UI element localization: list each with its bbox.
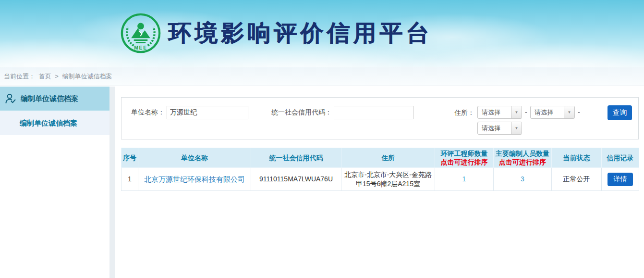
city-select-value: 请选择 [531,106,564,118]
company-name-link[interactable]: 北京万源世纪环保科技有限公司 [144,175,245,183]
col-header-credit-record: 信用记录 [602,148,639,168]
col-header-status: 当前状态 [552,148,602,168]
district-select[interactable]: 请选择 ▼ [477,122,522,135]
main-content: 单位名称： 统一社会信用代码： 住所： 请选择 ▼ - 请选择 ▼ - 请选择 … [115,86,644,278]
sidebar-item-label: 编制单位诚信档案 [21,94,78,103]
col-header-staff-count-sortable[interactable]: 主要编制人员数量 点击可进行排序 [494,148,552,168]
mee-logo-icon: MEE [120,13,161,54]
breadcrumb-home-link[interactable]: 首页 [39,73,51,80]
search-panel: 单位名称： 统一社会信用代码： 住所： 请选择 ▼ - 请选择 ▼ - 请选择 … [121,97,639,139]
detail-button[interactable]: 详情 [608,173,633,186]
svg-text:MEE: MEE [134,45,147,51]
sort-hint: 点击可进行排序 [436,158,492,166]
results-table: 序号 单位名称 统一社会信用代码 住所 环评工程师数量 点击可进行排序 主要编制… [121,148,639,191]
table-row: 1 北京万源世纪环保科技有限公司 91110115MA7LWUA76U 北京市-… [122,168,639,191]
sidebar-subitem-unit-credit-archive[interactable]: 编制单位诚信档案 [0,111,109,135]
engineer-count-link[interactable]: 1 [462,175,466,183]
header-banner: MEE 环境影响评价信用平台 [0,0,644,67]
district-select-value: 请选择 [478,122,511,134]
province-select-value: 请选择 [478,106,511,118]
dash-separator: - [578,108,580,116]
breadcrumb: 当前位置： 首页 > 编制单位诚信档案 [0,67,644,86]
unit-name-label: 单位名称： [131,108,165,116]
page-title: 环境影响评价信用平台 [168,19,432,47]
col-header-unit-name: 单位名称 [138,148,251,168]
credit-code-input[interactable] [334,106,413,119]
query-button[interactable]: 查询 [608,105,632,120]
sidebar-divider [109,87,115,278]
col-header-credit-code: 统一社会信用代码 [251,148,341,168]
col-header-address: 住所 [341,148,435,168]
row-index: 1 [122,168,138,191]
breadcrumb-current: 编制单位诚信档案 [62,73,112,80]
person-check-icon [5,93,16,104]
credit-code-value: 91110115MA7LWUA76U [251,168,341,191]
chevron-down-icon: ▼ [564,106,574,118]
sidebar: 编制单位诚信档案 编制单位诚信档案 [0,87,109,278]
unit-name-input[interactable] [167,106,248,119]
dash-separator: - [525,108,527,116]
staff-count-link[interactable]: 3 [521,175,524,183]
residence-label: 住所： [454,109,474,117]
address-value: 北京市-北京市-大兴区-金苑路甲15号6幢2层A215室 [341,168,435,191]
breadcrumb-separator: > [55,73,59,80]
breadcrumb-label: 当前位置： [4,73,35,80]
chevron-down-icon: ▼ [511,122,522,134]
city-select[interactable]: 请选择 ▼ [530,106,575,119]
col-header-index: 序号 [122,148,138,168]
status-value: 正常公开 [552,168,602,191]
sort-hint: 点击可进行排序 [495,158,550,166]
col-header-engineer-count-sortable[interactable]: 环评工程师数量 点击可进行排序 [435,148,494,168]
table-header-row: 序号 单位名称 统一社会信用代码 住所 环评工程师数量 点击可进行排序 主要编制… [122,148,639,168]
sidebar-subitem-label: 编制单位诚信档案 [20,119,77,128]
sidebar-item-unit-credit-archive[interactable]: 编制单位诚信档案 [0,87,109,111]
province-select[interactable]: 请选择 ▼ [477,106,522,119]
credit-code-label: 统一社会信用代码： [271,108,332,116]
chevron-down-icon: ▼ [511,106,522,118]
